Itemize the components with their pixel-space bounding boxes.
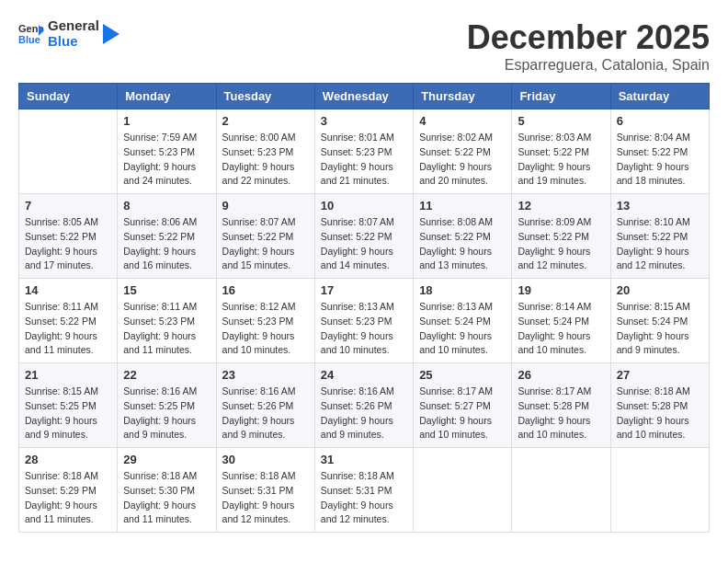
- calendar-cell: 29Sunrise: 8:18 AMSunset: 5:30 PMDayligh…: [118, 448, 216, 533]
- calendar-header-tuesday: Tuesday: [216, 84, 314, 109]
- day-number: 25: [419, 368, 506, 382]
- day-number: 4: [419, 114, 506, 128]
- calendar-cell: [512, 448, 610, 533]
- calendar-cell: 8Sunrise: 8:06 AMSunset: 5:22 PMDaylight…: [118, 194, 216, 279]
- day-number: 1: [123, 114, 210, 128]
- calendar-cell: 5Sunrise: 8:03 AMSunset: 5:22 PMDaylight…: [512, 109, 610, 194]
- day-number: 8: [123, 199, 210, 213]
- calendar-cell: [19, 109, 118, 194]
- day-info: Sunrise: 8:07 AMSunset: 5:22 PMDaylight:…: [222, 215, 309, 273]
- day-number: 15: [123, 283, 210, 297]
- day-number: 6: [617, 114, 703, 128]
- day-info: Sunrise: 8:17 AMSunset: 5:28 PMDaylight:…: [518, 385, 604, 442]
- day-number: 22: [123, 368, 210, 382]
- day-number: 27: [617, 368, 703, 382]
- calendar-cell: 25Sunrise: 8:17 AMSunset: 5:27 PMDayligh…: [414, 363, 512, 448]
- calendar-cell: 13Sunrise: 8:10 AMSunset: 5:22 PMDayligh…: [610, 194, 709, 279]
- header: General Blue General Blue December 2025 …: [18, 18, 710, 74]
- day-number: 11: [419, 199, 506, 213]
- calendar-header-saturday: Saturday: [610, 84, 709, 109]
- calendar-cell: 27Sunrise: 8:18 AMSunset: 5:28 PMDayligh…: [610, 363, 709, 448]
- day-info: Sunrise: 8:11 AMSunset: 5:23 PMDaylight:…: [123, 300, 210, 358]
- calendar-week-row: 21Sunrise: 8:15 AMSunset: 5:25 PMDayligh…: [19, 363, 710, 448]
- calendar-cell: 10Sunrise: 8:07 AMSunset: 5:22 PMDayligh…: [314, 194, 413, 279]
- day-info: Sunrise: 8:01 AMSunset: 5:23 PMDaylight:…: [321, 131, 407, 189]
- calendar-cell: 7Sunrise: 8:05 AMSunset: 5:22 PMDaylight…: [19, 194, 118, 279]
- calendar-cell: 22Sunrise: 8:16 AMSunset: 5:25 PMDayligh…: [118, 363, 216, 448]
- calendar-week-row: 28Sunrise: 8:18 AMSunset: 5:29 PMDayligh…: [19, 448, 710, 533]
- day-info: Sunrise: 8:12 AMSunset: 5:23 PMDaylight:…: [222, 300, 309, 358]
- day-number: 28: [25, 453, 111, 466]
- day-info: Sunrise: 8:18 AMSunset: 5:29 PMDaylight:…: [25, 469, 111, 527]
- calendar-cell: 28Sunrise: 8:18 AMSunset: 5:29 PMDayligh…: [19, 448, 118, 533]
- calendar-cell: 4Sunrise: 8:02 AMSunset: 5:22 PMDaylight…: [414, 109, 512, 194]
- day-number: 3: [321, 114, 407, 128]
- day-number: 26: [518, 368, 604, 382]
- day-number: 21: [25, 368, 111, 382]
- calendar-cell: 17Sunrise: 8:13 AMSunset: 5:23 PMDayligh…: [314, 279, 413, 363]
- day-number: 12: [518, 199, 604, 213]
- day-number: 2: [222, 114, 309, 128]
- day-info: Sunrise: 8:11 AMSunset: 5:22 PMDaylight:…: [25, 300, 111, 358]
- day-info: Sunrise: 8:15 AMSunset: 5:24 PMDaylight:…: [617, 300, 703, 358]
- calendar-cell: 30Sunrise: 8:18 AMSunset: 5:31 PMDayligh…: [216, 448, 314, 533]
- calendar-cell: 21Sunrise: 8:15 AMSunset: 5:25 PMDayligh…: [19, 363, 118, 448]
- day-info: Sunrise: 8:02 AMSunset: 5:22 PMDaylight:…: [419, 131, 506, 189]
- day-info: Sunrise: 8:03 AMSunset: 5:22 PMDaylight:…: [518, 131, 604, 189]
- calendar-cell: 24Sunrise: 8:16 AMSunset: 5:26 PMDayligh…: [314, 363, 413, 448]
- day-info: Sunrise: 8:18 AMSunset: 5:28 PMDaylight:…: [617, 385, 703, 442]
- day-number: 30: [222, 453, 309, 466]
- day-number: 14: [25, 283, 111, 297]
- logo: General Blue General Blue: [18, 18, 119, 49]
- calendar-cell: 15Sunrise: 8:11 AMSunset: 5:23 PMDayligh…: [118, 279, 216, 363]
- calendar-cell: 16Sunrise: 8:12 AMSunset: 5:23 PMDayligh…: [216, 279, 314, 363]
- calendar-cell: [414, 448, 512, 533]
- day-info: Sunrise: 8:13 AMSunset: 5:24 PMDaylight:…: [419, 300, 506, 358]
- calendar-cell: 18Sunrise: 8:13 AMSunset: 5:24 PMDayligh…: [414, 279, 512, 363]
- day-info: Sunrise: 8:06 AMSunset: 5:22 PMDaylight:…: [123, 215, 210, 273]
- calendar-cell: [610, 448, 709, 533]
- calendar-week-row: 14Sunrise: 8:11 AMSunset: 5:22 PMDayligh…: [19, 279, 710, 363]
- day-number: 16: [222, 283, 309, 297]
- calendar-cell: 11Sunrise: 8:08 AMSunset: 5:22 PMDayligh…: [414, 194, 512, 279]
- calendar-table: SundayMondayTuesdayWednesdayThursdayFrid…: [18, 83, 710, 533]
- calendar-header-thursday: Thursday: [414, 84, 512, 109]
- location-title: Esparreguera, Catalonia, Spain: [467, 57, 710, 74]
- day-info: Sunrise: 8:09 AMSunset: 5:22 PMDaylight:…: [518, 215, 604, 273]
- day-number: 18: [419, 283, 506, 297]
- calendar-cell: 19Sunrise: 8:14 AMSunset: 5:24 PMDayligh…: [512, 279, 610, 363]
- day-number: 9: [222, 199, 309, 213]
- day-number: 29: [123, 453, 210, 466]
- calendar-week-row: 7Sunrise: 8:05 AMSunset: 5:22 PMDaylight…: [19, 194, 710, 279]
- day-info: Sunrise: 8:07 AMSunset: 5:22 PMDaylight:…: [321, 215, 407, 273]
- day-number: 19: [518, 283, 604, 297]
- calendar-week-row: 1Sunrise: 7:59 AMSunset: 5:23 PMDaylight…: [19, 109, 710, 194]
- day-info: Sunrise: 8:18 AMSunset: 5:31 PMDaylight:…: [321, 469, 407, 527]
- day-number: 20: [617, 283, 703, 297]
- title-area: December 2025 Esparreguera, Catalonia, S…: [467, 18, 710, 74]
- calendar-cell: 14Sunrise: 8:11 AMSunset: 5:22 PMDayligh…: [19, 279, 118, 363]
- calendar-header-wednesday: Wednesday: [314, 84, 413, 109]
- day-info: Sunrise: 8:15 AMSunset: 5:25 PMDaylight:…: [25, 385, 111, 442]
- day-number: 31: [321, 453, 407, 466]
- calendar-cell: 12Sunrise: 8:09 AMSunset: 5:22 PMDayligh…: [512, 194, 610, 279]
- calendar-cell: 2Sunrise: 8:00 AMSunset: 5:23 PMDaylight…: [216, 109, 314, 194]
- calendar-cell: 3Sunrise: 8:01 AMSunset: 5:23 PMDaylight…: [314, 109, 413, 194]
- day-info: Sunrise: 8:14 AMSunset: 5:24 PMDaylight:…: [518, 300, 604, 358]
- day-number: 23: [222, 368, 309, 382]
- calendar-cell: 26Sunrise: 8:17 AMSunset: 5:28 PMDayligh…: [512, 363, 610, 448]
- day-info: Sunrise: 8:17 AMSunset: 5:27 PMDaylight:…: [419, 385, 506, 442]
- day-number: 10: [321, 199, 407, 213]
- day-number: 13: [617, 199, 703, 213]
- calendar-cell: 23Sunrise: 8:16 AMSunset: 5:26 PMDayligh…: [216, 363, 314, 448]
- day-number: 5: [518, 114, 604, 128]
- calendar-cell: 31Sunrise: 8:18 AMSunset: 5:31 PMDayligh…: [314, 448, 413, 533]
- logo-arrow-icon: [103, 24, 119, 44]
- day-info: Sunrise: 8:10 AMSunset: 5:22 PMDaylight:…: [617, 215, 703, 273]
- calendar-cell: 6Sunrise: 8:04 AMSunset: 5:22 PMDaylight…: [610, 109, 709, 194]
- svg-marker-3: [103, 24, 119, 44]
- calendar-cell: 1Sunrise: 7:59 AMSunset: 5:23 PMDaylight…: [118, 109, 216, 194]
- day-info: Sunrise: 8:16 AMSunset: 5:25 PMDaylight:…: [123, 385, 210, 442]
- day-info: Sunrise: 8:04 AMSunset: 5:22 PMDaylight:…: [617, 131, 703, 189]
- logo-blue: Blue: [48, 34, 99, 50]
